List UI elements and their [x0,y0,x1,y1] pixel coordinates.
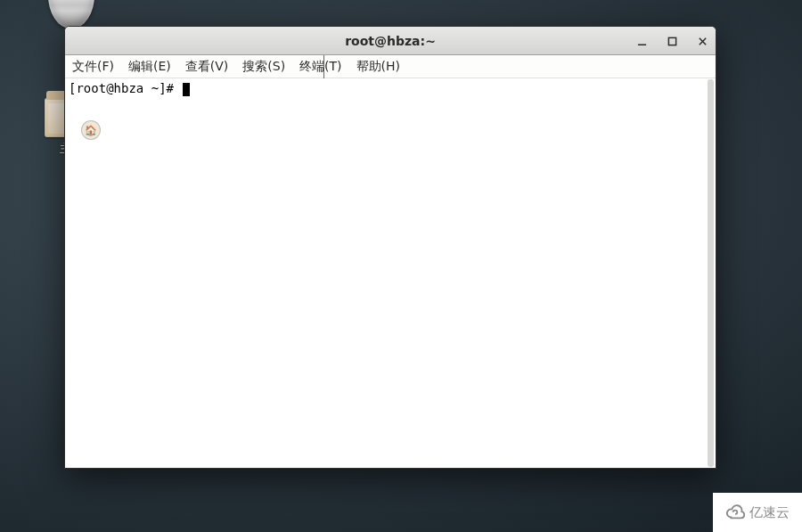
menu-file[interactable]: 文件(F) [70,57,116,77]
window-titlebar[interactable]: root@hbza:~ [65,27,716,55]
terminal-body[interactable]: [root@hbza ~]# [65,78,716,468]
terminal-window: root@hbza:~ 文件(F) 编辑(E) 查看(V) 搜索(S) 终端(T… [64,26,716,469]
window-controls [634,27,710,55]
terminal-prompt: [root@hbza ~]# [69,81,174,95]
svg-rect-1 [668,37,675,45]
desktop: 回 🏠 主文 root@hbza:~ 文 [0,0,802,532]
menubar: 文件(F) 编辑(E) 查看(V) 搜索(S) 终端(T) 帮助(H) [65,55,716,78]
menu-terminal[interactable]: 终端(T) [298,57,343,77]
menu-help[interactable]: 帮助(H) [355,57,402,77]
menu-view[interactable]: 查看(V) [184,57,231,77]
menu-edit[interactable]: 编辑(E) [127,57,173,77]
watermark-text: 亿速云 [749,504,790,521]
trash-icon [48,0,94,29]
maximize-button[interactable] [664,33,680,49]
cloud-icon [725,503,745,522]
close-button[interactable] [694,33,710,49]
home-emblem-icon: 🏠 [82,121,100,139]
menu-search[interactable]: 搜索(S) [241,57,287,77]
minimize-button[interactable] [634,33,650,49]
terminal-scrollbar[interactable] [708,79,714,467]
watermark: 亿速云 [713,493,802,532]
window-title: root@hbza:~ [345,34,436,48]
terminal-cursor [183,83,190,96]
